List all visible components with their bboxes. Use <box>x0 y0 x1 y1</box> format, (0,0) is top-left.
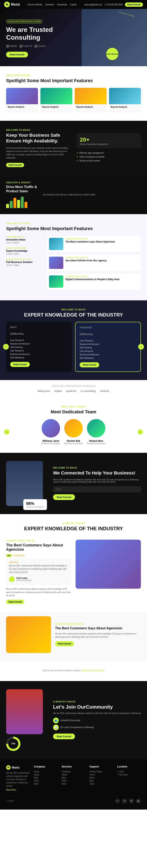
feature-link-3[interactable]: ↓ <box>111 109 139 111</box>
nav-link-investors[interactable]: Investors <box>45 3 54 6</box>
partner-1: mujani <box>54 390 62 393</box>
features-tag: WELCOMING ROUND <box>6 74 141 76</box>
footer-read-more[interactable]: Read More <box>6 789 16 791</box>
join-feature-text-0: JoinedOurCommunity <box>61 719 80 721</box>
nav-link-download[interactable]: Download <box>57 3 67 6</box>
pricing-prev-button[interactable]: ‹ <box>3 344 9 350</box>
footer-company-link-1[interactable]: About <box>34 773 58 776</box>
availability-description: Ever find yourself staring at your compu… <box>6 147 70 160</box>
footer-services-link-1[interactable]: About <box>62 773 85 776</box>
availability-cta[interactable]: Read Consult <box>6 163 24 167</box>
join-feature-text-1: 20+ years of experience in delivering <box>61 726 94 728</box>
plan-std-feature-1: Business Architecture <box>80 342 136 346</box>
footer-company-link-0[interactable]: Home <box>34 770 58 773</box>
author-avatar <box>9 577 15 582</box>
footer-support-link-3[interactable]: Blog <box>89 779 113 782</box>
test2-tag: CLIENTS SPEAK FOR US <box>55 623 141 625</box>
footer-support-link-2[interactable]: About <box>89 776 113 779</box>
feature-item-2: Strong security system <box>77 159 141 163</box>
feature-card-1: Reports Analysis ↓ <box>40 88 72 113</box>
feature-card-2: Reports Analysis ↓ <box>75 88 107 113</box>
cta-link[interactable]: Click here to View More <box>82 670 105 672</box>
footer-about-text: We are 200+ professional software engine… <box>6 771 30 788</box>
partner-geomnt: Geomnt <box>35 45 45 48</box>
footer-support-link-0[interactable]: Privacy Policy <box>89 770 113 773</box>
footer-services-link-3[interactable]: Team <box>62 779 85 782</box>
hero-title: We are Trusted Consulting <box>6 26 67 41</box>
feature-innovation: INNOVATION IDEAS Innovation Ideas Social… <box>6 236 43 244</box>
pricing-section: WELCOME TO MAXIZ EXPERT KNOWLEDGE OF THE… <box>0 300 147 380</box>
availability-tag: WELCOME TO MAXIZ <box>6 129 70 131</box>
social-youtube[interactable]: ▶ <box>136 799 141 803</box>
pricing-header: WELCOME TO MAXIZ EXPERT KNOWLEDGE OF THE… <box>6 309 141 318</box>
feature-link-2[interactable]: ↓ <box>76 109 105 111</box>
team-title: Meet Dedicated Team <box>6 409 141 415</box>
footer-location-usa[interactable]: ↪ USA <box>117 770 141 773</box>
team-prev-button[interactable]: ‹ <box>4 429 9 435</box>
nav-link-career[interactable]: Career <box>70 3 77 6</box>
pricing-next-button[interactable]: › <box>138 344 144 350</box>
footer-grid: M Maxiz We are 200+ professional softwar… <box>6 765 141 792</box>
footer-company-link-2[interactable]: Blog <box>34 776 58 779</box>
footer-bottom: © Ontice f in fb ▶ <box>6 796 141 803</box>
hero-cta-button[interactable]: Read Consult <box>6 52 28 57</box>
feature-link-1[interactable]: ↓ <box>42 109 71 111</box>
expert-title: Expert Knowledge <box>6 249 43 252</box>
plan-price-basic: $30Monthly <box>10 330 68 336</box>
testimonials-cta[interactable]: Read Consult <box>6 600 24 604</box>
logo[interactable]: M Maxiz <box>4 2 20 7</box>
footer-location-title: Location <box>117 765 141 768</box>
feature-title-2: Reports Analysis <box>76 106 105 108</box>
plan-cta-basic[interactable]: Read Consult <box>10 362 30 367</box>
footer-company-link-4[interactable]: Work <box>34 782 58 785</box>
stat-number: 20+ <box>80 136 138 143</box>
team-role-1: Business Consultant <box>64 442 83 445</box>
footer-company-link-3[interactable]: Team <box>34 779 58 782</box>
availability-right: 20+ Years of business management Effecti… <box>77 133 141 163</box>
stats-overlay: 98% Customer Satisfaction <box>23 499 47 510</box>
connect-email-input[interactable] <box>53 486 141 492</box>
team-next-button[interactable]: › <box>138 429 143 435</box>
team-avatar-0 <box>42 419 60 437</box>
stats-text: Customer Satisfaction <box>26 506 44 508</box>
plan-std-feature-3: User Research <box>80 349 136 353</box>
article-title-1: See latest Articles from Our agency <box>65 259 107 262</box>
partners-section: JOIN AT 100+ COMPANIES WHO IS REACHED Ba… <box>0 380 147 397</box>
social-facebook[interactable]: f <box>115 799 120 803</box>
footer-support-link-4[interactable]: Team <box>89 782 113 785</box>
business-tag: FULL BUSINESS SOLUTION <box>6 258 43 260</box>
team-member-1: Rosten Bek Business Consultant <box>64 419 83 445</box>
testimonials-grid: CLIENTS SPEAK FOR US The Best Customers … <box>6 540 141 604</box>
social-instagram[interactable]: fb <box>129 799 134 803</box>
features-grid: Reports Analysis ↓ Reports Analysis ↓ Re… <box>6 88 141 113</box>
connect-cta-button[interactable]: Read Consult <box>53 494 75 500</box>
plan-std-feature-0: User Research <box>80 339 136 342</box>
article-tag-1: CLIENTS SPEAK FOR US <box>65 257 107 259</box>
rating-count: ★ 5 <box>6 554 12 557</box>
plan-cta-standard[interactable]: Read Consult <box>80 362 99 367</box>
connect-section: 98% Customer Satisfaction WELCOME TO MAX… <box>0 453 147 514</box>
nav-link-home-media[interactable]: Home & Media <box>27 3 42 6</box>
plan-std-feature-5: SEO Marketing <box>80 356 136 360</box>
join-right: A WORTHY CHOICE Let's Join OurCommunity … <box>53 701 141 739</box>
plan-features-basic: User Research Business Architecture SEO … <box>10 339 68 360</box>
navigation: M Maxiz Home & Media Investors Download … <box>0 0 147 9</box>
partner-0: BaleyLane <box>38 390 50 393</box>
connect-right: WELCOME TO MAXIZ We Connected To Help Yo… <box>53 467 141 500</box>
availability-left: WELCOME TO MAXIZ Keep Your Business Safe… <box>6 129 70 167</box>
article-image-1 <box>49 257 63 269</box>
logo-icon: M <box>4 2 10 7</box>
footer-support-link-1[interactable]: Terms <box>89 773 113 776</box>
social-linkedin[interactable]: in <box>122 799 127 803</box>
footer-services-link-0[interactable]: Computer <box>62 770 85 773</box>
nav-cta-button[interactable]: Read Consult <box>125 2 143 7</box>
join-donut-value: 75% <box>8 739 19 749</box>
plan-std-feature-2: SEO Ranking <box>80 346 136 349</box>
footer-location-germany[interactable]: ↪ Germany <box>117 773 141 776</box>
footer-services-link-2[interactable]: Blog <box>62 776 85 779</box>
footer-services-link-4[interactable]: Work <box>62 782 85 785</box>
test2-cta[interactable]: Read Consult <box>55 641 74 646</box>
team-section: WELCOME TO MAXIZ Meet Dedicated Team ‹ W… <box>0 397 147 453</box>
feature-link-0[interactable]: ↓ <box>8 109 36 111</box>
join-cta-button[interactable]: Read Consult <box>53 734 75 739</box>
